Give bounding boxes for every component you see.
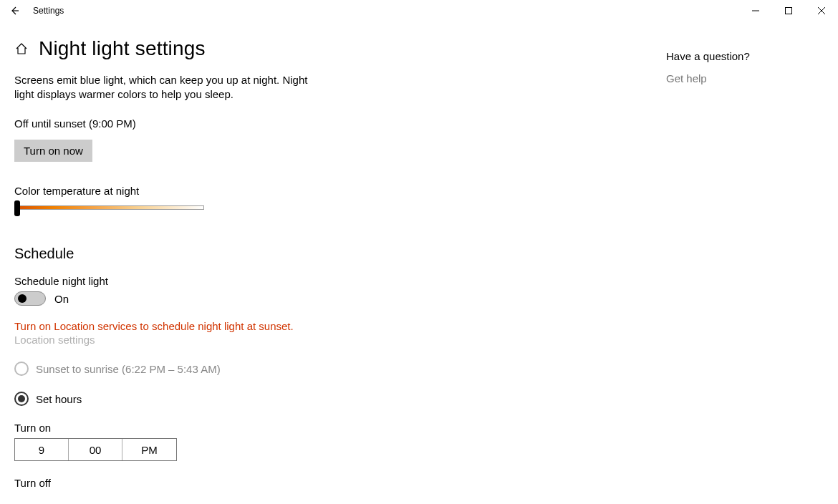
title-bar: Settings: [0, 0, 838, 21]
home-icon: [15, 42, 28, 55]
close-button[interactable]: [805, 0, 838, 21]
radio-dot: [18, 395, 25, 402]
home-button[interactable]: [14, 42, 29, 56]
get-help-link[interactable]: Get help: [666, 72, 824, 84]
radio-sunset-label: Sunset to sunrise (6:22 PM – 5:43 AM): [36, 363, 221, 375]
svg-rect-2: [786, 8, 792, 14]
turn-on-label: Turn on: [14, 422, 473, 434]
turn-off-label: Turn off: [14, 477, 473, 489]
turn-on-now-button[interactable]: Turn on now: [14, 140, 92, 162]
toggle-knob: [18, 294, 27, 303]
page-title: Night light settings: [39, 37, 206, 60]
app-title: Settings: [33, 6, 64, 16]
main-panel: Night light settings Screens emit blue l…: [14, 21, 473, 493]
help-heading: Have a question?: [666, 50, 824, 62]
color-temperature-slider[interactable]: [14, 203, 204, 213]
night-light-status: Off until sunset (9:00 PM): [14, 117, 473, 130]
schedule-toggle-state: On: [54, 293, 69, 305]
radio-sunset-to-sunrise: [14, 362, 29, 376]
minimize-icon: [752, 7, 759, 14]
turn-on-time-picker[interactable]: 9 00 PM: [14, 438, 177, 461]
close-icon: [818, 7, 825, 14]
turn-on-minute[interactable]: 00: [69, 439, 122, 460]
window-controls: [739, 0, 838, 21]
back-button[interactable]: [0, 0, 29, 21]
maximize-button[interactable]: [772, 0, 805, 21]
turn-on-ampm[interactable]: PM: [122, 439, 176, 460]
schedule-toggle[interactable]: [14, 291, 46, 306]
location-warning: Turn on Location services to schedule ni…: [14, 320, 473, 332]
schedule-toggle-label: Schedule night light: [14, 275, 473, 287]
page-description: Screens emit blue light, which can keep …: [14, 73, 322, 102]
schedule-heading: Schedule: [14, 246, 473, 262]
slider-track: [14, 205, 204, 210]
radio-set-hours[interactable]: [14, 392, 29, 406]
location-settings-link[interactable]: Location settings: [14, 334, 473, 346]
maximize-icon: [785, 7, 792, 14]
help-panel: Have a question? Get help: [666, 21, 824, 493]
color-temperature-label: Color temperature at night: [14, 185, 473, 197]
slider-thumb[interactable]: [14, 200, 20, 216]
minimize-button[interactable]: [739, 0, 772, 21]
turn-on-hour[interactable]: 9: [15, 439, 69, 460]
radio-set-hours-label: Set hours: [36, 393, 82, 405]
arrow-left-icon: [9, 5, 20, 16]
